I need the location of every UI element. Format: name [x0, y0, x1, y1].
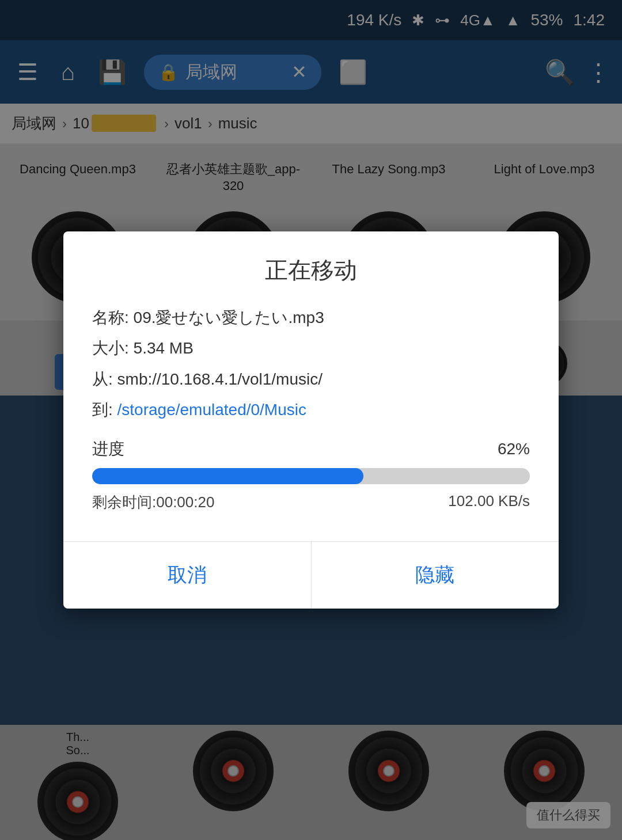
progress-bar-fill: [92, 468, 363, 484]
dialog-from-row: 从: smb://10.168.4.1/vol1/music/: [92, 368, 530, 390]
dialog-size-label: 大小:: [92, 339, 129, 357]
dialog-title: 正在移动: [63, 231, 559, 301]
dialog-size-row: 大小: 5.34 MB: [92, 337, 530, 359]
dialog-overlay: 正在移动 名称: 09.愛せない愛したい.mp3 大小: 5.34 MB 从: …: [0, 0, 622, 840]
dialog-speed: 102.00 KB/s: [448, 492, 530, 512]
dialog-body: 名称: 09.愛せない愛したい.mp3 大小: 5.34 MB 从: smb:/…: [63, 301, 559, 530]
dialog-to-label: 到:: [92, 401, 113, 419]
dialog-progress-pct: 62%: [498, 440, 530, 458]
dialog-progress-header: 进度 62%: [92, 438, 530, 460]
dialog-progress-footer: 剩余时间:00:00:20 102.00 KB/s: [92, 492, 530, 512]
dialog-to-row: 到: /storage/emulated/0/Music: [92, 398, 530, 421]
progress-bar-bg: [92, 468, 530, 484]
dialog-time: 剩余时间:00:00:20: [92, 492, 214, 512]
dialog-progress-label: 进度: [92, 438, 124, 460]
dialog-from-value: smb://10.168.4.1/vol1/music/: [117, 370, 323, 388]
dialog: 正在移动 名称: 09.愛せない愛したい.mp3 大小: 5.34 MB 从: …: [63, 231, 559, 609]
dialog-filename-row: 名称: 09.愛せない愛したい.mp3: [92, 306, 530, 329]
dialog-to-value: /storage/emulated/0/Music: [117, 401, 306, 419]
dialog-filename-label: 名称:: [92, 309, 129, 326]
dialog-buttons: 取消 隐藏: [63, 541, 559, 609]
dialog-filename-value: 09.愛せない愛したい.mp3: [134, 309, 324, 326]
cancel-button[interactable]: 取消: [63, 542, 312, 609]
dialog-from-label: 从:: [92, 370, 113, 388]
dialog-size-value: 5.34 MB: [134, 339, 194, 357]
hide-button[interactable]: 隐藏: [312, 542, 559, 609]
